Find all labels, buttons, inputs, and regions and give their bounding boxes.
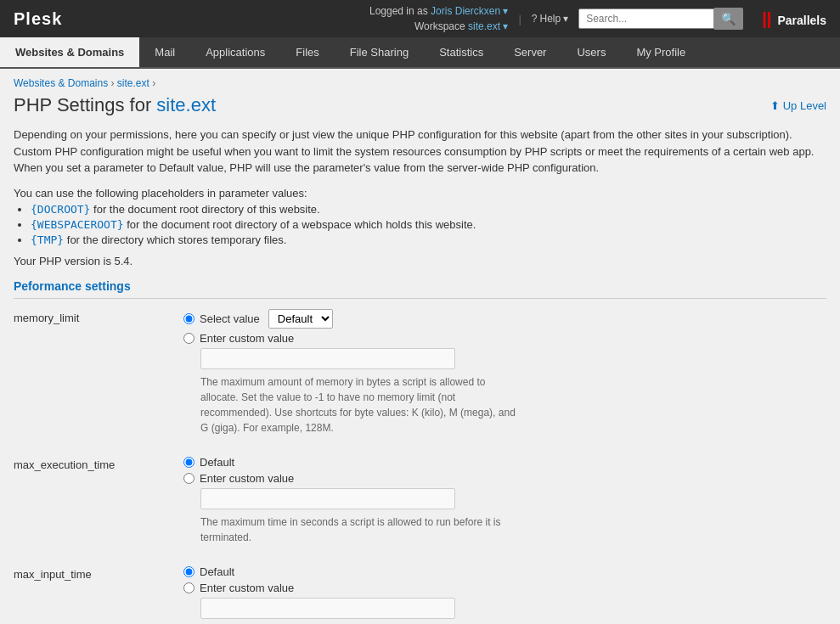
- memory-limit-custom-radio[interactable]: [183, 333, 194, 344]
- page-title-prefix: PHP Settings for: [14, 94, 151, 115]
- page-title: PHP Settings for site.ext: [14, 94, 216, 116]
- max-exec-default-option: Default: [183, 456, 826, 469]
- performance-heading: Peformance settings: [14, 279, 826, 299]
- memory-limit-select[interactable]: Default 32M 64M 128M 256M: [268, 309, 333, 329]
- placeholder-webspaceroot-code: {WEBSPACEROOT}: [31, 218, 124, 231]
- placeholder-webspaceroot-text: for the document root directory of a web…: [127, 218, 476, 231]
- placeholder-tmp-code: {TMP}: [31, 233, 64, 246]
- nav-tab-mail[interactable]: Mail: [139, 37, 190, 67]
- page-title-row: PHP Settings for site.ext ⬆ Up Level: [14, 94, 826, 116]
- memory-limit-select-option: Select value Default 32M 64M 128M 256M: [183, 309, 826, 329]
- workspace-link[interactable]: site.ext ▾: [468, 20, 508, 32]
- logged-in-label: Logged in as: [369, 5, 428, 17]
- nav-tab-files[interactable]: Files: [280, 37, 334, 67]
- plesk-logo: Plesk: [14, 9, 62, 29]
- memory-limit-controls: Select value Default 32M 64M 128M 256M E…: [183, 309, 826, 436]
- placeholders-section: You can use the following placeholders i…: [14, 187, 826, 246]
- up-level-link[interactable]: ⬆ Up Level: [770, 99, 826, 112]
- breadcrumb-separator: ›: [111, 77, 117, 89]
- up-level-icon: ⬆: [770, 99, 780, 112]
- max-exec-hint: The maximum time in seconds a script is …: [200, 514, 523, 545]
- nav-tab-statistics[interactable]: Statistics: [424, 37, 499, 67]
- header-right: Logged in as Joris Dierckxen ▾ Workspace…: [369, 3, 826, 34]
- memory-limit-custom-input[interactable]: [200, 348, 455, 369]
- placeholder-tmp: {TMP} for the directory which stores tem…: [31, 233, 826, 246]
- nav-tab-my-profile[interactable]: My Profile: [621, 37, 701, 67]
- max-execution-time-controls: Default Enter custom value The maximum t…: [183, 456, 826, 545]
- max-input-time-controls: Default Enter custom value: [183, 565, 826, 619]
- username-link[interactable]: Joris Dierckxen ▾: [431, 5, 508, 17]
- content: Websites & Domains › site.ext › PHP Sett…: [0, 69, 840, 624]
- max-input-default-option: Default: [183, 565, 826, 578]
- parallels-label: Parallels: [777, 14, 826, 27]
- max-execution-time-row: max_execution_time Default Enter custom …: [14, 456, 826, 545]
- description-main: Depending on your permissions, here you …: [14, 126, 826, 177]
- placeholder-tmp-text: for the directory which stores temporary…: [67, 233, 287, 246]
- header: Plesk Logged in as Joris Dierckxen ▾ Wor…: [0, 0, 840, 37]
- help-chevron-icon: ▾: [563, 13, 568, 25]
- help-separator: |: [518, 13, 521, 25]
- php-version-text: Your PHP version is 5.4.: [14, 255, 132, 267]
- help-label: Help: [539, 13, 561, 25]
- max-input-time-label: max_input_time: [14, 565, 183, 581]
- max-exec-custom-radio[interactable]: [183, 473, 194, 484]
- max-exec-custom-input[interactable]: [200, 488, 455, 509]
- help-icon: ?: [532, 13, 538, 25]
- placeholder-docroot-code: {DOCROOT}: [31, 203, 90, 216]
- search-button[interactable]: 🔍: [714, 8, 743, 30]
- breadcrumb-websites-domains[interactable]: Websites & Domains: [14, 77, 108, 89]
- memory-limit-label: memory_limit: [14, 309, 183, 324]
- max-input-custom-radio[interactable]: [183, 582, 194, 593]
- search-container: 🔍: [578, 8, 743, 30]
- placeholder-docroot-text: for the document root directory of this …: [93, 203, 320, 216]
- placeholders-list: {DOCROOT} for the document root director…: [31, 203, 826, 246]
- memory-limit-row: memory_limit Select value Default 32M 64…: [14, 309, 826, 436]
- placeholder-docroot: {DOCROOT} for the document root director…: [31, 203, 826, 216]
- max-exec-default-label[interactable]: Default: [200, 456, 234, 469]
- nav-bar: Websites & DomainsMailApplicationsFilesF…: [0, 37, 840, 69]
- page-title-site-link[interactable]: site.ext: [156, 94, 216, 115]
- description-text: Depending on your permissions, here you …: [14, 126, 826, 177]
- max-input-custom-label[interactable]: Enter custom value: [200, 582, 294, 594]
- help-button[interactable]: ? Help ▾: [532, 13, 568, 25]
- nav-tab-applications[interactable]: Applications: [190, 37, 280, 67]
- memory-limit-custom-label[interactable]: Enter custom value: [200, 332, 294, 345]
- nav-tab-users[interactable]: Users: [561, 37, 621, 67]
- max-input-default-radio[interactable]: [183, 566, 194, 577]
- search-icon: 🔍: [721, 12, 736, 25]
- up-level-label: Up Level: [783, 99, 826, 112]
- max-exec-custom-label[interactable]: Enter custom value: [200, 472, 294, 485]
- memory-limit-hint: The maximum amount of memory in bytes a …: [200, 374, 523, 436]
- max-execution-time-label: max_execution_time: [14, 456, 183, 471]
- max-input-time-row: max_input_time Default Enter custom valu…: [14, 565, 826, 619]
- user-info: Logged in as Joris Dierckxen ▾ Workspace…: [369, 3, 508, 34]
- placeholder-webspaceroot: {WEBSPACEROOT} for the document root dir…: [31, 218, 826, 231]
- breadcrumb-site-ext[interactable]: site.ext: [117, 77, 149, 89]
- memory-limit-select-label[interactable]: Select value: [200, 312, 260, 325]
- max-input-custom-option: Enter custom value: [183, 582, 826, 594]
- breadcrumb: Websites & Domains › site.ext ›: [14, 77, 826, 89]
- max-input-custom-input[interactable]: [200, 598, 455, 619]
- max-input-default-label[interactable]: Default: [200, 565, 234, 578]
- nav-tab-server[interactable]: Server: [499, 37, 561, 67]
- max-exec-custom-option: Enter custom value: [183, 472, 826, 485]
- search-input[interactable]: [578, 8, 714, 29]
- nav-tab-websites-domains[interactable]: Websites & Domains: [0, 37, 139, 67]
- breadcrumb-separator2: ›: [152, 77, 155, 89]
- memory-limit-select-radio[interactable]: [183, 313, 194, 324]
- header-left: Plesk: [14, 9, 79, 29]
- memory-limit-custom-option: Enter custom value: [183, 332, 826, 345]
- nav-tab-file-sharing[interactable]: File Sharing: [335, 37, 424, 67]
- workspace-label: Workspace: [414, 20, 465, 32]
- php-version: Your PHP version is 5.4.: [14, 255, 826, 267]
- parallels-logo: || Parallels: [762, 9, 826, 29]
- performance-section: Peformance settings memory_limit Select …: [14, 279, 826, 619]
- placeholders-intro: You can use the following placeholders i…: [14, 187, 826, 200]
- max-exec-default-radio[interactable]: [183, 457, 194, 468]
